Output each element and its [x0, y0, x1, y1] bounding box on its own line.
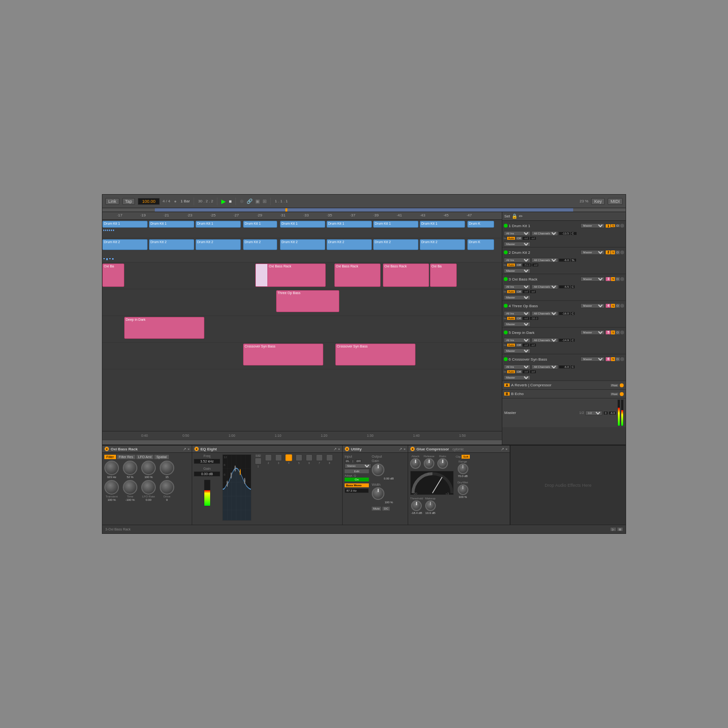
loop-btn[interactable]: 1 Bar [181, 199, 190, 203]
mute-2[interactable]: O [615, 250, 620, 254]
arm-5[interactable] [620, 331, 624, 334]
clip[interactable]: Drum K [467, 239, 494, 250]
filter-res-knob[interactable] [123, 461, 137, 475]
arm-4[interactable] [620, 304, 624, 308]
input-select-4[interactable]: All Ins [504, 311, 530, 316]
width-knob[interactable] [372, 487, 384, 500]
bpm-input[interactable] [138, 198, 160, 205]
stop-button[interactable]: ■ [229, 199, 232, 204]
lfo-amt-tab[interactable]: LFO Amt [136, 455, 154, 459]
off-btn-1[interactable]: Off [516, 237, 522, 240]
clip[interactable]: Crossover Syn Bass [335, 344, 415, 365]
freq-knob[interactable] [104, 461, 119, 475]
route-select-5[interactable]: Master [580, 330, 605, 335]
lock-icon[interactable]: 🔒 [512, 214, 517, 219]
clip[interactable]: Drum Kit 2 [102, 239, 148, 250]
release-knob[interactable] [424, 458, 434, 469]
master-select[interactable]: 1/2 [585, 411, 602, 415]
key-button[interactable]: Key [591, 198, 605, 205]
clip[interactable]: Drum Kit 1 [243, 221, 277, 228]
lfo-rate-knob[interactable] [141, 480, 156, 495]
spatial-tab[interactable]: Spatial [154, 455, 168, 459]
drive-knob[interactable] [160, 480, 174, 495]
glue-expand-icon[interactable]: ↗ [501, 447, 504, 451]
mode-select[interactable]: Stereo [345, 463, 371, 468]
eq-expand-icon[interactable]: ↗ [333, 447, 337, 451]
auto-btn-2[interactable]: Auto [507, 264, 515, 266]
off-btn-4[interactable]: Off [516, 317, 522, 320]
clip[interactable]: Drum Kit 2 [420, 239, 465, 250]
ratio-knob[interactable] [437, 458, 448, 469]
threshold-knob[interactable] [411, 500, 422, 511]
edit-btn[interactable]: Edit [345, 469, 369, 473]
tap-button[interactable]: Tap [122, 198, 135, 205]
clip[interactable]: Drum Kit 1 [420, 221, 465, 228]
drywet-knob[interactable] [458, 484, 468, 495]
output-select-6[interactable]: Master [504, 375, 530, 380]
eq-close-icon[interactable]: × [338, 447, 340, 451]
channel-select-1[interactable]: All Channels [531, 231, 558, 236]
input-select-5[interactable]: All Ins [504, 338, 530, 343]
mute-4[interactable]: O [615, 304, 620, 308]
glue-close-icon[interactable]: × [505, 447, 508, 451]
clip[interactable]: Drum Kit 2 [149, 239, 194, 250]
route-select-6[interactable]: Master [580, 357, 605, 362]
link-button[interactable]: Link [105, 198, 119, 205]
spatial-knob[interactable] [160, 461, 174, 475]
channel-select-5[interactable]: All Channels [531, 338, 558, 343]
clip[interactable]: Oxi Bass Rack [267, 264, 326, 287]
route-select-4[interactable]: Master [580, 303, 605, 308]
play-button[interactable]: ▶ [221, 198, 226, 205]
auto-btn-6[interactable]: Auto [507, 370, 515, 373]
status-expand[interactable]: ⊞ [617, 528, 623, 531]
solo-1[interactable]: S [611, 224, 615, 227]
eq-curve-display[interactable]: 12 6 0 [222, 454, 251, 521]
filter-tab[interactable]: Filter [104, 455, 116, 459]
arm-1[interactable] [620, 224, 624, 228]
eq-band-3-icon[interactable] [275, 454, 282, 461]
channel-select-6[interactable]: All Channels [531, 364, 558, 369]
return-a-post[interactable]: Post [611, 384, 618, 387]
lfo-amt-knob[interactable] [141, 461, 156, 475]
solo-6[interactable]: S [611, 357, 615, 361]
adapt-q-on[interactable]: On [345, 478, 369, 481]
auto-btn-1[interactable]: Auto [507, 237, 515, 240]
clip[interactable]: Drum Kit 1 [196, 221, 241, 228]
clip[interactable]: Oxi Ba [430, 264, 457, 287]
off-btn-3[interactable]: Off [516, 290, 522, 293]
clip[interactable]: Drum Kit 2 [280, 239, 325, 250]
output-select-5[interactable]: Master [504, 348, 530, 353]
clip[interactable]: Three Op Bass [276, 290, 339, 312]
clip[interactable]: Oxi Bass Rack [383, 264, 429, 287]
eq-band-7-icon[interactable] [316, 454, 323, 461]
oxi-expand-icon[interactable]: ↗ [183, 447, 186, 451]
eq-band-8-icon[interactable] [326, 454, 333, 461]
makeup-knob[interactable] [425, 500, 436, 511]
mute-6[interactable]: O [615, 357, 620, 361]
utility-close-icon[interactable]: × [403, 447, 406, 451]
drop-area[interactable]: Drop Audio Effects Here [510, 446, 626, 525]
clip[interactable]: Drum Kit 2 [243, 239, 277, 250]
clip[interactable]: Deep in Dark [124, 317, 204, 339]
gain-knob[interactable] [372, 463, 384, 476]
clip[interactable]: Drum Kit 1 [373, 221, 418, 228]
eq-band-1-icon[interactable] [255, 458, 262, 464]
solo-3[interactable]: S [611, 277, 615, 281]
attack-knob[interactable] [410, 458, 421, 469]
route-select-1[interactable]: Master [580, 223, 605, 228]
mute-3[interactable]: O [615, 277, 620, 281]
oxi-bass-power[interactable]: ● [104, 447, 109, 451]
soft-btn[interactable]: Soft [462, 455, 470, 459]
channel-select-3[interactable]: All Channels [531, 284, 558, 289]
output-select-3[interactable]: Master [504, 295, 530, 300]
off-btn-2[interactable]: Off [516, 264, 522, 266]
range-knob[interactable] [458, 463, 468, 474]
input-select-3[interactable]: All Ins [504, 284, 530, 289]
clip[interactable]: Drum Kit 1 [280, 221, 325, 228]
off-btn-6[interactable]: Off [516, 370, 522, 373]
eq-band-5-icon[interactable] [296, 454, 302, 461]
clip[interactable]: Drum Kit 1 [102, 221, 148, 228]
scroll-bar[interactable] [102, 440, 502, 445]
transient-knob[interactable] [104, 480, 119, 495]
mute-1[interactable]: O [615, 224, 620, 227]
